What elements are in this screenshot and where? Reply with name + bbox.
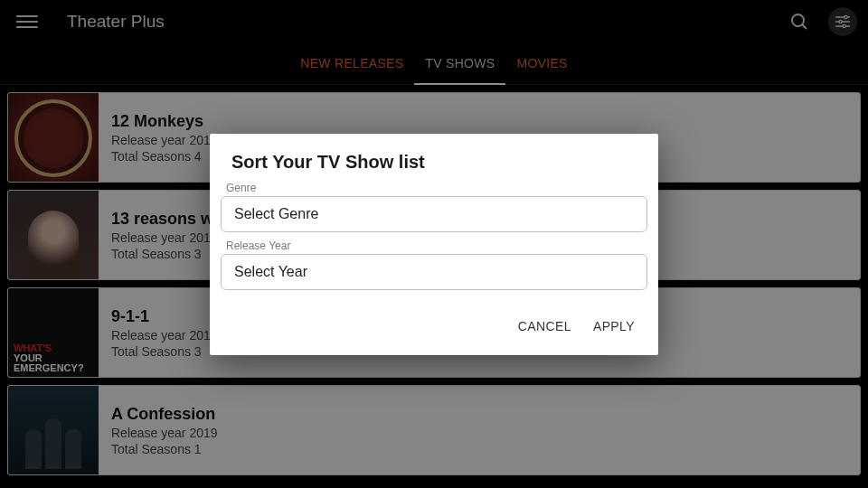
year-label: Release Year bbox=[221, 239, 647, 252]
sort-dialog: Sort Your TV Show list Genre Select Genr… bbox=[210, 134, 658, 355]
year-select[interactable]: Select Year bbox=[221, 254, 647, 290]
genre-select[interactable]: Select Genre bbox=[221, 196, 647, 232]
cancel-button[interactable]: CANCEL bbox=[516, 314, 573, 339]
genre-label: Genre bbox=[221, 182, 647, 194]
dialog-title: Sort Your TV Show list bbox=[210, 152, 658, 182]
modal-overlay[interactable]: Sort Your TV Show list Genre Select Genr… bbox=[0, 0, 868, 488]
apply-button[interactable]: APPLY bbox=[591, 314, 637, 339]
